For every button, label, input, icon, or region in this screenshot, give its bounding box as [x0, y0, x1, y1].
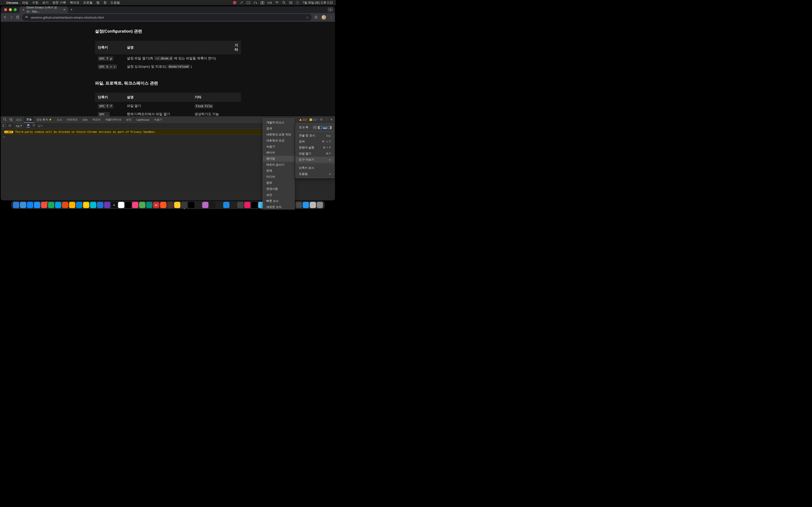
more-tools-item[interactable]: 레이어: [263, 150, 294, 156]
dock-app[interactable]: [160, 202, 166, 208]
keyboard-icon[interactable]: [247, 1, 250, 4]
dock-app[interactable]: [104, 202, 110, 208]
more-tools-item[interactable]: 보안: [263, 192, 294, 198]
dock-app[interactable]: N: [118, 202, 124, 208]
info-badge[interactable]: 217: [310, 118, 317, 121]
context-selector[interactable]: top ▾: [14, 124, 24, 128]
menu-run-command[interactable]: 명령어 실행⌘ ⇧ P: [296, 145, 334, 151]
menu-profile[interactable]: 프로필: [83, 0, 93, 5]
clear-console-icon[interactable]: [8, 124, 11, 127]
menu-view[interactable]: 보기: [42, 0, 49, 5]
extensions-icon[interactable]: [314, 15, 318, 20]
more-tools-item[interactable]: 메모리 검사기: [263, 162, 294, 168]
menu-file[interactable]: 파일: [22, 0, 28, 5]
input-source-icon[interactable]: A: [260, 1, 264, 4]
dock-app[interactable]: [223, 202, 230, 208]
dock-app[interactable]: N: [111, 202, 117, 208]
dock-app[interactable]: [97, 202, 103, 208]
dock-app[interactable]: [216, 202, 222, 208]
more-tools-item[interactable]: 네트워크 조건: [263, 137, 294, 144]
more-tools-item[interactable]: 검색: [263, 125, 294, 131]
dock-app[interactable]: [132, 202, 138, 208]
dock-app[interactable]: [202, 202, 208, 208]
tool-icon[interactable]: [240, 1, 243, 4]
dock-app[interactable]: [181, 202, 187, 208]
devtools-tab-sources[interactable]: 소스: [54, 117, 64, 123]
dock-app[interactable]: [230, 202, 236, 208]
profile-avatar[interactable]: [321, 15, 326, 20]
battery-icon[interactable]: [+5]: [267, 1, 272, 4]
tab-search-button[interactable]: ▾: [328, 7, 333, 12]
more-tools-item[interactable]: 빠른 소스: [263, 198, 294, 204]
menu-search[interactable]: 검색⌘ ⌥ F: [296, 138, 334, 145]
menu-more-tools[interactable]: 도구 더보기▸: [296, 157, 334, 163]
new-tab-button[interactable]: +: [70, 7, 72, 12]
devtools-close-icon[interactable]: ✕: [331, 118, 333, 121]
dock-app[interactable]: [62, 202, 68, 208]
devtools-tab-application[interactable]: 애플리케이션: [103, 117, 124, 123]
dock-app[interactable]: [27, 202, 33, 208]
dock-app[interactable]: [90, 202, 96, 208]
dock-app[interactable]: [317, 202, 323, 208]
dock-right[interactable]: [328, 126, 332, 129]
dock-bottom[interactable]: [323, 126, 327, 129]
browser-tab[interactable]: ∧ Doom Emacs 단축키 정리 - Seo… ✕: [19, 6, 68, 13]
site-info-icon[interactable]: [25, 15, 28, 19]
dock-app[interactable]: [69, 202, 75, 208]
menu-shortcuts[interactable]: 단축키 표시: [296, 165, 334, 171]
menu-open-file[interactable]: 파일 열기⌘ P: [296, 151, 334, 157]
window-maximize[interactable]: [14, 8, 17, 11]
more-tools-item[interactable]: 네트워크 요청 차단: [263, 131, 294, 137]
more-tools-item[interactable]: 렌더링: [263, 156, 294, 162]
devtools-tab-lighthouse[interactable]: Lighthouse: [134, 117, 152, 123]
dock-app[interactable]: [244, 202, 250, 208]
dock-app[interactable]: [41, 202, 47, 208]
devtools-tab-recorder[interactable]: 녹음기: [152, 117, 164, 123]
wifi-icon[interactable]: [275, 1, 279, 4]
forward-button[interactable]: [9, 15, 13, 19]
dock-app[interactable]: [55, 202, 61, 208]
more-tools-item[interactable]: 문제: [263, 168, 294, 174]
dock-app[interactable]: [167, 202, 173, 208]
more-tools-item[interactable]: 새로운 소식: [263, 204, 294, 210]
menu-history[interactable]: 방문 기록: [52, 0, 66, 5]
more-tools-item[interactable]: 개발자 리소스: [263, 119, 294, 125]
dock-app[interactable]: [146, 202, 152, 208]
dock-app[interactable]: [174, 202, 180, 208]
menu-show-console[interactable]: 콘솔 창 표시Esc: [296, 132, 334, 138]
devtools-tab-performance[interactable]: 성능: [80, 117, 90, 123]
omnibox[interactable]: seorenn.github.io/article/doom-emacs-sho…: [22, 14, 312, 21]
more-tools-item[interactable]: 미디어: [263, 174, 294, 180]
siri-icon[interactable]: [296, 1, 299, 4]
window-minimize[interactable]: [9, 8, 12, 11]
devtools-tab-security[interactable]: 보안: [124, 117, 134, 123]
bookmark-star-icon[interactable]: ☆: [306, 16, 309, 19]
dock-app[interactable]: [20, 202, 26, 208]
dock-app[interactable]: [13, 202, 19, 208]
dock-app[interactable]: [34, 202, 40, 208]
dock-app[interactable]: [303, 202, 309, 208]
dock-app[interactable]: [188, 202, 194, 208]
console-sidebar-toggle-icon[interactable]: [3, 124, 6, 127]
more-tools-item[interactable]: 범위: [263, 180, 294, 186]
device-toggle-icon[interactable]: [8, 118, 14, 122]
dock-app[interactable]: [48, 202, 54, 208]
more-tools-item[interactable]: 변경사항: [263, 186, 294, 192]
menu-edit[interactable]: 수정: [32, 0, 39, 5]
dock-app[interactable]: [251, 202, 257, 208]
control-center-icon[interactable]: [289, 1, 292, 4]
dock-app[interactable]: 30: [153, 202, 159, 208]
devtools-tab-perf-insights[interactable]: 성능 통계 ⚡: [34, 117, 54, 123]
menu-bookmarks[interactable]: 북마크: [70, 0, 79, 5]
window-close[interactable]: [4, 8, 7, 11]
dock-app[interactable]: [195, 202, 201, 208]
clock[interactable]: 7월 30일 (화) 오후 2:12: [303, 1, 333, 5]
live-expression-icon[interactable]: [27, 124, 30, 127]
dock-undock[interactable]: [313, 126, 317, 129]
app-name[interactable]: Chrome: [6, 1, 18, 5]
dock-app[interactable]: [209, 202, 215, 208]
devtools-tab-memory[interactable]: 메모리: [90, 117, 103, 123]
devtools-settings-icon[interactable]: [319, 118, 323, 122]
devtools-more-icon[interactable]: ⋮: [325, 118, 328, 121]
back-button[interactable]: [3, 15, 7, 19]
